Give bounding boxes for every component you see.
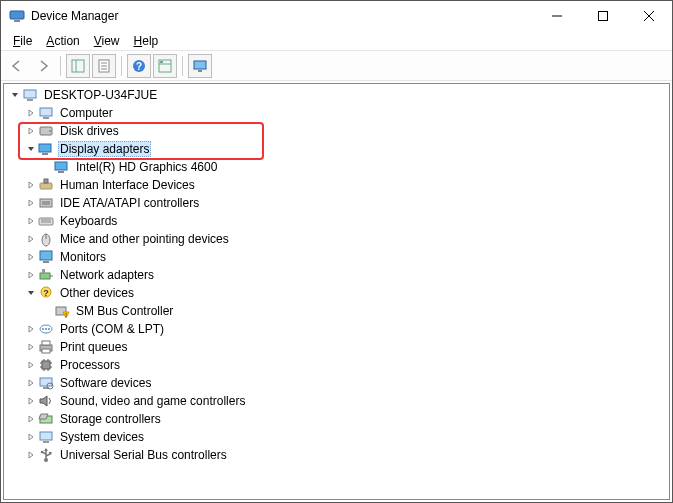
item-label[interactable]: Disk drives <box>58 123 121 139</box>
tree-item-computer[interactable]: Computer <box>4 104 669 122</box>
menu-file[interactable]: File <box>7 32 38 50</box>
back-button[interactable] <box>5 54 29 78</box>
tree-item-sound[interactable]: Sound, video and game controllers <box>4 392 669 410</box>
cpu-icon <box>38 357 54 373</box>
item-label[interactable]: Print queues <box>58 339 129 355</box>
expand-arrow-right-icon[interactable] <box>24 430 38 444</box>
svg-rect-32 <box>42 201 50 205</box>
expand-arrow-down-icon[interactable] <box>8 88 22 102</box>
svg-rect-18 <box>198 70 202 72</box>
svg-rect-67 <box>40 432 52 440</box>
tree-item-processors[interactable]: Processors <box>4 356 669 374</box>
toolbar: ? <box>1 51 672 81</box>
expand-arrow-right-icon[interactable] <box>24 340 38 354</box>
network-icon <box>38 267 54 283</box>
tree-item-network[interactable]: Network adapters <box>4 266 669 284</box>
tree-item-monitors[interactable]: Monitors <box>4 248 669 266</box>
svg-rect-72 <box>49 452 52 455</box>
expand-arrow-right-icon[interactable] <box>24 106 38 120</box>
item-label[interactable]: IDE ATA/ATAPI controllers <box>58 195 201 211</box>
item-label[interactable]: Display adapters <box>58 141 151 157</box>
tree-item-storage[interactable]: Storage controllers <box>4 410 669 428</box>
item-label[interactable]: Keyboards <box>58 213 119 229</box>
usb-icon <box>38 447 54 463</box>
expand-arrow-right-icon[interactable] <box>24 322 38 336</box>
svg-rect-26 <box>42 153 48 155</box>
tree-item-hid[interactable]: Human Interface Devices <box>4 176 669 194</box>
tree-root[interactable]: DESKTOP-U34FJUE <box>4 86 669 104</box>
minimize-button[interactable] <box>534 1 580 31</box>
svg-rect-3 <box>599 12 608 21</box>
tree-item-smbus[interactable]: ! SM Bus Controller <box>4 302 669 320</box>
tree-item-system[interactable]: System devices <box>4 428 669 446</box>
svg-rect-25 <box>39 144 51 152</box>
expand-arrow-right-icon[interactable] <box>24 448 38 462</box>
tree-item-software[interactable]: Software devices <box>4 374 669 392</box>
item-label[interactable]: Ports (COM & LPT) <box>58 321 166 337</box>
expand-arrow-right-icon[interactable] <box>24 124 38 138</box>
expand-arrow-right-icon[interactable] <box>24 394 38 408</box>
svg-rect-27 <box>55 162 67 170</box>
tree-item-print-queues[interactable]: Print queues <box>4 338 669 356</box>
expand-arrow-right-icon[interactable] <box>24 250 38 264</box>
menu-help[interactable]: Help <box>128 32 165 50</box>
item-label[interactable]: Sound, video and game controllers <box>58 393 247 409</box>
tree-item-ide[interactable]: IDE ATA/ATAPI controllers <box>4 194 669 212</box>
tree-item-usb[interactable]: Universal Serial Bus controllers <box>4 446 669 464</box>
tree-item-mice[interactable]: Mice and other pointing devices <box>4 230 669 248</box>
svg-point-24 <box>49 130 51 132</box>
maximize-button[interactable] <box>580 1 626 31</box>
tree-item-intel-hd[interactable]: Intel(R) HD Graphics 4600 <box>4 158 669 176</box>
item-label[interactable]: Monitors <box>58 249 108 265</box>
help-button[interactable]: ? <box>127 54 151 78</box>
item-label[interactable]: Storage controllers <box>58 411 163 427</box>
device-tree[interactable]: DESKTOP-U34FJUE Computer Disk drives Dis… <box>3 83 670 500</box>
expand-arrow-right-icon[interactable] <box>24 178 38 192</box>
item-label[interactable]: Mice and other pointing devices <box>58 231 231 247</box>
svg-rect-21 <box>40 108 52 116</box>
expand-arrow-down-icon[interactable] <box>24 142 38 156</box>
ide-icon <box>38 195 54 211</box>
show-hide-tree-button[interactable] <box>66 54 90 78</box>
svg-rect-17 <box>194 61 206 69</box>
item-label[interactable]: Network adapters <box>58 267 156 283</box>
item-label[interactable]: Computer <box>58 105 115 121</box>
svg-rect-19 <box>24 90 36 98</box>
item-label[interactable]: Universal Serial Bus controllers <box>58 447 229 463</box>
expand-arrow-right-icon[interactable] <box>24 358 38 372</box>
tree-item-other[interactable]: ? Other devices <box>4 284 669 302</box>
item-label[interactable]: Intel(R) HD Graphics 4600 <box>74 159 219 175</box>
item-label[interactable]: System devices <box>58 429 146 445</box>
titlebar: Device Manager <box>1 1 672 31</box>
scan-hardware-button[interactable] <box>153 54 177 78</box>
disk-icon <box>38 123 54 139</box>
item-label[interactable]: Software devices <box>58 375 153 391</box>
expand-arrow-down-icon[interactable] <box>24 286 38 300</box>
item-label[interactable]: Human Interface Devices <box>58 177 197 193</box>
expand-arrow-right-icon[interactable] <box>24 232 38 246</box>
tree-item-disk-drives[interactable]: Disk drives <box>4 122 669 140</box>
menu-view[interactable]: View <box>88 32 126 50</box>
expand-arrow-right-icon[interactable] <box>24 214 38 228</box>
svg-rect-20 <box>27 99 33 101</box>
expand-arrow-right-icon[interactable] <box>24 196 38 210</box>
root-label[interactable]: DESKTOP-U34FJUE <box>42 87 159 103</box>
properties-button[interactable] <box>92 54 116 78</box>
storage-icon <box>38 411 54 427</box>
svg-rect-54 <box>42 361 50 369</box>
forward-button[interactable] <box>31 54 55 78</box>
menu-action[interactable]: Action <box>40 32 85 50</box>
tree-item-display-adapters[interactable]: Display adapters <box>4 140 669 158</box>
window-buttons <box>534 1 672 31</box>
expand-arrow-right-icon[interactable] <box>24 376 38 390</box>
monitor-button[interactable] <box>188 54 212 78</box>
svg-rect-0 <box>10 11 24 19</box>
expand-arrow-right-icon[interactable] <box>24 268 38 282</box>
close-button[interactable] <box>626 1 672 31</box>
item-label[interactable]: Other devices <box>58 285 136 301</box>
item-label[interactable]: SM Bus Controller <box>74 303 175 319</box>
item-label[interactable]: Processors <box>58 357 122 373</box>
expand-arrow-right-icon[interactable] <box>24 412 38 426</box>
tree-item-ports[interactable]: Ports (COM & LPT) <box>4 320 669 338</box>
tree-item-keyboards[interactable]: Keyboards <box>4 212 669 230</box>
